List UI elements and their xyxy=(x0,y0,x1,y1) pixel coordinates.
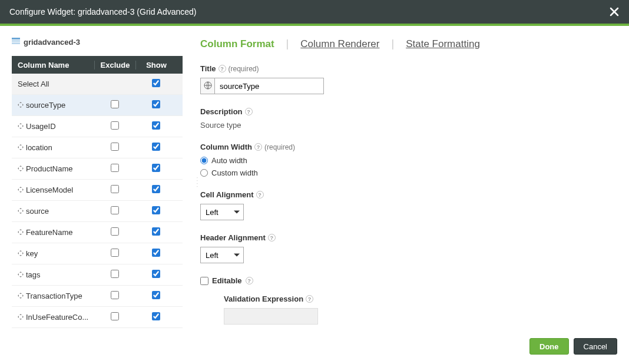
radio-auto-width[interactable]: Auto width xyxy=(200,156,607,165)
svg-rect-2 xyxy=(12,42,20,44)
table-row[interactable]: TransactionType xyxy=(12,286,183,307)
close-icon[interactable] xyxy=(609,6,620,17)
tab-column-format[interactable]: Column Format xyxy=(200,38,274,50)
columns-pane: gridadvanced-3 Column Name Exclude Show … xyxy=(12,38,183,326)
radio-custom-width[interactable]: Custom width xyxy=(200,168,607,177)
move-icon[interactable] xyxy=(18,186,24,194)
select-all-show-checkbox[interactable] xyxy=(152,79,160,87)
help-icon[interactable]: ? xyxy=(219,65,226,72)
tab-state-formatting[interactable]: State Formatting xyxy=(406,38,480,50)
table-row[interactable]: LicenseModel xyxy=(12,180,183,201)
localize-button[interactable] xyxy=(200,78,214,94)
form-scroll[interactable]: Title ? (required) xyxy=(200,64,617,326)
show-checkbox[interactable] xyxy=(152,185,160,193)
validation-expression-label: Validation Expression xyxy=(224,294,303,303)
row-select-all[interactable]: Select All xyxy=(12,74,183,95)
required-label: (required) xyxy=(229,65,259,73)
move-icon[interactable] xyxy=(18,292,24,300)
move-icon[interactable] xyxy=(18,228,24,237)
configure-widget-dialog: Configure Widget: gridadvanced-3 (Grid A… xyxy=(0,0,629,364)
columns-body[interactable]: Select AllsourceTypeUsageIDlocationProdu… xyxy=(12,74,183,328)
radio-auto-width-input[interactable] xyxy=(200,157,208,164)
help-icon[interactable]: ? xyxy=(246,277,253,284)
show-checkbox[interactable] xyxy=(152,227,160,236)
column-name-text: ProductName xyxy=(26,164,72,173)
dialog-footer: Done Cancel xyxy=(0,332,629,364)
header-alignment-select[interactable] xyxy=(200,247,244,263)
column-name-text: InUseFeatureCo... xyxy=(26,313,88,322)
radio-custom-width-label: Custom width xyxy=(211,168,258,177)
tab-separator: | xyxy=(391,38,394,50)
exclude-checkbox[interactable] xyxy=(111,185,119,193)
table-row[interactable]: UsageID xyxy=(12,116,183,137)
show-checkbox[interactable] xyxy=(152,206,160,214)
table-row[interactable]: InUseFeatureCo... xyxy=(12,307,183,328)
help-icon[interactable]: ? xyxy=(245,108,253,115)
select-all-label: Select All xyxy=(18,80,49,88)
grid-icon xyxy=(12,38,20,47)
help-icon[interactable]: ? xyxy=(306,295,313,303)
move-icon[interactable] xyxy=(18,143,24,152)
exclude-checkbox[interactable] xyxy=(111,100,119,108)
required-label: (required) xyxy=(264,143,295,151)
show-checkbox[interactable] xyxy=(152,143,160,151)
move-icon[interactable] xyxy=(18,270,24,279)
exclude-checkbox[interactable] xyxy=(111,270,119,278)
table-row[interactable]: location xyxy=(12,137,183,158)
help-icon[interactable]: ? xyxy=(256,191,264,198)
pane-splitter[interactable]: ···· xyxy=(194,38,200,326)
move-icon[interactable] xyxy=(18,164,24,173)
cell-alignment-label: Cell Alignment xyxy=(200,190,254,199)
table-row[interactable]: sourceType xyxy=(12,95,183,116)
dialog-titlebar: Configure Widget: gridadvanced-3 (Grid A… xyxy=(0,0,629,24)
table-row[interactable]: ProductName xyxy=(12,158,183,180)
done-button[interactable]: Done xyxy=(529,338,569,355)
show-checkbox[interactable] xyxy=(152,291,160,299)
header-column-name[interactable]: Column Name xyxy=(12,61,94,70)
field-title: Title ? (required) xyxy=(200,64,607,94)
column-name-text: FeatureName xyxy=(26,228,72,237)
move-icon[interactable] xyxy=(18,122,24,131)
show-checkbox[interactable] xyxy=(152,249,160,257)
format-pane: Column Format | Column Renderer | State … xyxy=(200,38,617,326)
move-icon[interactable] xyxy=(18,101,24,110)
help-icon[interactable]: ? xyxy=(254,143,262,151)
move-icon[interactable] xyxy=(18,249,24,258)
show-checkbox[interactable] xyxy=(152,164,160,172)
radio-custom-width-input[interactable] xyxy=(200,169,208,177)
exclude-checkbox[interactable] xyxy=(111,121,119,130)
exclude-checkbox[interactable] xyxy=(111,206,119,214)
editable-checkbox[interactable] xyxy=(200,277,208,285)
cancel-button[interactable]: Cancel xyxy=(574,338,617,355)
title-input[interactable] xyxy=(214,78,324,94)
exclude-checkbox[interactable] xyxy=(111,164,119,172)
show-checkbox[interactable] xyxy=(152,270,160,278)
exclude-checkbox[interactable] xyxy=(111,249,119,257)
validation-section: Validation Expression ? xyxy=(200,294,607,325)
cell-alignment-select[interactable] xyxy=(200,204,244,220)
move-icon[interactable] xyxy=(18,313,24,322)
exclude-checkbox[interactable] xyxy=(111,227,119,236)
exclude-checkbox[interactable] xyxy=(111,143,119,151)
move-icon[interactable] xyxy=(18,207,24,216)
show-checkbox[interactable] xyxy=(152,121,160,130)
table-row[interactable]: source xyxy=(12,201,183,222)
header-exclude[interactable]: Exclude xyxy=(94,61,135,70)
column-name-text: key xyxy=(26,249,38,258)
table-row[interactable]: key xyxy=(12,243,183,264)
show-checkbox[interactable] xyxy=(152,312,160,320)
field-cell-alignment: Cell Alignment ? xyxy=(200,190,607,220)
tab-column-renderer[interactable]: Column Renderer xyxy=(300,38,379,50)
svg-rect-1 xyxy=(12,40,20,42)
header-show[interactable]: Show xyxy=(135,61,177,70)
table-row[interactable]: tags xyxy=(12,264,183,286)
svg-rect-0 xyxy=(12,38,20,39)
exclude-checkbox[interactable] xyxy=(111,291,119,299)
editable-checkbox-row[interactable]: Editable ? xyxy=(200,276,607,285)
exclude-checkbox[interactable] xyxy=(111,312,119,320)
table-row[interactable]: FeatureName xyxy=(12,222,183,243)
help-icon[interactable]: ? xyxy=(268,234,276,241)
tab-separator: | xyxy=(286,38,289,50)
show-checkbox[interactable] xyxy=(152,100,160,108)
description-label: Description xyxy=(200,107,243,116)
